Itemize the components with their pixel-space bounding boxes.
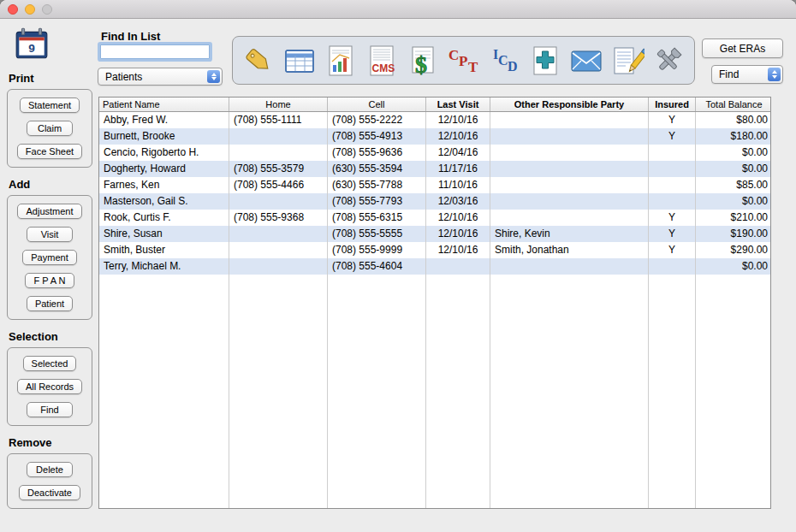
stepper-icon[interactable] [768, 68, 781, 81]
cell-total-balance: $190.00 [696, 226, 770, 242]
cell-cell-phone: (630) 555-7788 [328, 177, 426, 193]
cell-home-phone [229, 226, 328, 242]
cell-last-visit: 11/17/16 [426, 161, 490, 177]
claim-button[interactable]: Claim [27, 121, 73, 136]
cell-home-phone [229, 193, 328, 210]
patient-table: Patient Name Home Cell Last Visit Other … [98, 97, 771, 509]
cell-insured [649, 177, 696, 193]
cell-insured: Y [649, 210, 696, 226]
svg-text:T: T [468, 59, 478, 75]
window-content: 9 Print Statement Claim Face Sheet Add A… [0, 19, 796, 532]
notepad-pencil-icon [610, 43, 645, 79]
adjustment-button[interactable]: Adjustment [17, 204, 81, 219]
table-row[interactable]: Dogherty, Howard (708) 555-3579 (630) 55… [99, 161, 770, 177]
cell-home-phone [229, 145, 328, 161]
table-row[interactable]: Smith, Buster (708) 555-9999 12/10/16 Sm… [99, 242, 770, 258]
cell-last-visit [426, 258, 490, 275]
close-button[interactable] [8, 4, 18, 15]
title-bar[interactable] [0, 0, 796, 19]
cell-patient-name: Masterson, Gail S. [99, 193, 229, 210]
table-row[interactable]: Burnett, Brooke (708) 555-4913 12/10/16 … [99, 128, 770, 145]
email-button[interactable] [567, 40, 605, 81]
column-header-patient-name[interactable]: Patient Name [99, 98, 229, 111]
cpt-codes-button[interactable]: C P T [444, 40, 482, 81]
remove-section: Remove Delete Deactivate [7, 436, 92, 509]
zoom-button[interactable] [42, 4, 52, 15]
column-header-home[interactable]: Home [229, 98, 328, 111]
icd-codes-button[interactable]: I C D [485, 40, 523, 81]
list-type-select-value: Patients [105, 68, 142, 86]
stepper-icon[interactable] [207, 70, 220, 83]
cell-patient-name: Rook, Curtis F. [99, 210, 229, 226]
spreadsheet-button[interactable] [281, 40, 318, 81]
toolbar: CMS $ C P T I C [232, 36, 695, 85]
cell-last-visit: 12/10/16 [426, 128, 490, 145]
cell-total-balance: $0.00 [696, 161, 770, 177]
visit-button[interactable]: Visit [27, 227, 73, 242]
table-row[interactable]: Masterson, Gail S. (708) 555-7793 12/03/… [99, 193, 770, 210]
column-header-insured[interactable]: Insured [649, 98, 696, 111]
cell-cell-phone: (708) 555-5555 [328, 226, 426, 242]
column-header-total-balance[interactable]: Total Balance [696, 98, 772, 111]
list-type-select[interactable]: Patients [98, 68, 223, 86]
statement-button[interactable]: Statement [20, 98, 80, 113]
add-section: Add Adjustment Visit Payment F P A N Pat… [7, 178, 92, 320]
cell-home-phone [229, 128, 328, 145]
cell-patient-name: Farnes, Ken [99, 177, 229, 193]
cell-total-balance: $80.00 [696, 112, 770, 128]
dollar-icon: $ [406, 43, 440, 79]
cell-last-visit: 12/10/16 [426, 242, 490, 258]
cell-other-responsible-party [490, 128, 649, 145]
cell-cell-phone: (708) 555-7793 [328, 193, 426, 210]
calendar-button[interactable]: 9 [14, 26, 50, 62]
minimize-button[interactable] [25, 4, 35, 15]
cell-other-responsible-party: Shire, Kevin [490, 226, 649, 242]
cell-total-balance: $210.00 [696, 210, 770, 226]
column-header-last-visit[interactable]: Last Visit [426, 98, 490, 111]
column-header-other-responsible-party[interactable]: Other Responsible Party [490, 98, 649, 111]
cell-last-visit: 12/10/16 [426, 112, 490, 128]
cell-home-phone [229, 258, 328, 275]
print-button-group: Statement Claim Face Sheet [7, 89, 92, 168]
table-row[interactable]: Farnes, Ken (708) 555-4466 (630) 555-778… [99, 177, 770, 193]
cell-patient-name: Shire, Susan [99, 226, 229, 242]
find-button[interactable]: Find [27, 402, 73, 417]
cell-cell-phone: (708) 555-2222 [328, 112, 426, 128]
notes-button[interactable] [609, 40, 646, 81]
table-row[interactable]: Abby, Fred W. (708) 555-1111 (708) 555-2… [99, 112, 770, 128]
reports-button[interactable] [322, 40, 359, 81]
patient-button[interactable]: Patient [27, 296, 73, 311]
delete-button[interactable]: Delete [27, 462, 73, 477]
cell-patient-name: Terry, Michael M. [99, 258, 229, 275]
all-records-button[interactable]: All Records [17, 379, 82, 394]
table-row[interactable]: Shire, Susan (708) 555-5555 12/10/16 Shi… [99, 226, 770, 242]
selected-button[interactable]: Selected [23, 356, 77, 371]
table-row[interactable]: Rook, Curtis F. (708) 555-9368 (708) 555… [99, 210, 770, 226]
payment-button[interactable]: Payment [22, 250, 76, 265]
cms-claim-button[interactable]: CMS [363, 40, 401, 81]
insurance-button[interactable] [526, 40, 564, 81]
preferences-button[interactable] [650, 40, 687, 81]
cell-total-balance: $85.00 [696, 177, 770, 193]
table-row[interactable]: Terry, Michael M. (708) 555-4604 $0.00 [99, 258, 770, 275]
print-section-label: Print [9, 72, 92, 85]
selection-button-group: Selected All Records Find [7, 347, 92, 426]
fpan-button[interactable]: F P A N [25, 273, 74, 288]
find-in-list-label: Find In List [101, 30, 160, 43]
cell-home-phone: (708) 555-1111 [229, 112, 328, 128]
medical-cross-icon [528, 43, 562, 79]
table-header: Patient Name Home Cell Last Visit Other … [99, 98, 770, 112]
charges-button[interactable]: $ [404, 40, 442, 81]
cell-insured [649, 258, 696, 275]
table-row[interactable]: Cencio, Rigoberto H. (708) 555-9636 12/0… [99, 145, 770, 161]
get-eras-button[interactable]: Get ERAs [702, 38, 783, 58]
find-select[interactable]: Find [711, 65, 783, 84]
find-in-list-input[interactable] [100, 44, 210, 59]
deactivate-button[interactable]: Deactivate [19, 485, 80, 500]
cell-home-phone: (708) 555-4466 [229, 177, 328, 193]
face-sheet-button[interactable]: Face Sheet [17, 144, 82, 159]
print-section: Print Statement Claim Face Sheet [7, 72, 92, 168]
cell-cell-phone: (630) 555-3594 [328, 161, 426, 177]
column-header-cell[interactable]: Cell [328, 98, 426, 111]
ledger-button[interactable] [240, 40, 277, 81]
